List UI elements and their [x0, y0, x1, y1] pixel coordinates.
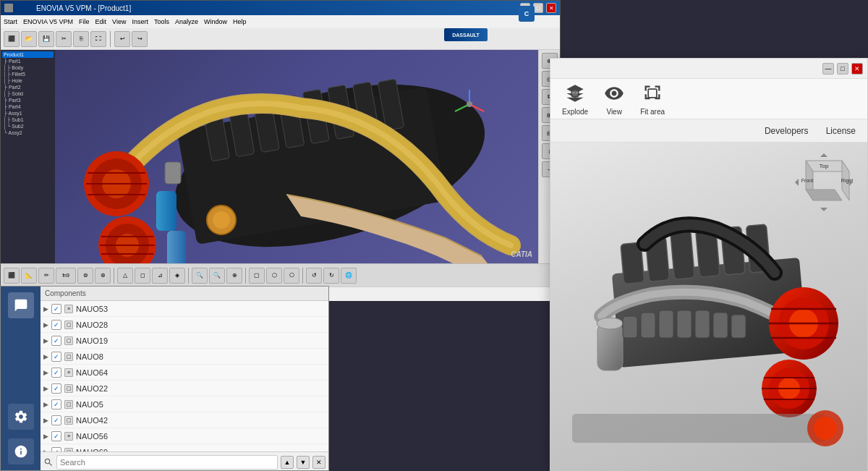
checkbox-6[interactable]: [51, 383, 61, 394]
bottom-btn-16[interactable]: ⎔: [284, 268, 299, 284]
checkbox-2[interactable]: [51, 320, 61, 330]
list-item[interactable]: ▶ ≡ NAUO56: [41, 428, 328, 444]
expand-arrow-4[interactable]: ▶: [43, 353, 48, 360]
tree-item-6[interactable]: ├ Part2: [2, 84, 54, 90]
bottom-btn-globe[interactable]: 🌐: [341, 268, 357, 284]
bottom-btn-3[interactable]: ✏: [38, 268, 54, 284]
right-panel-minimize[interactable]: —: [822, 63, 834, 75]
expand-arrow-9[interactable]: ▶: [43, 433, 48, 440]
list-item[interactable]: ▶ ▢ NAUO22: [41, 381, 328, 396]
right-panel-close[interactable]: ✕: [851, 63, 863, 75]
checkbox-8[interactable]: [51, 415, 61, 425]
tree-item-9[interactable]: ├ Part4: [2, 103, 54, 110]
component-list[interactable]: ▶ ≡ NAUO53 ▶ ▢ NAUO28 ▶ ▢ NAUO19 ▶ ▢: [41, 301, 328, 451]
menu-help[interactable]: Help: [233, 18, 247, 25]
search-up-button[interactable]: ▲: [281, 456, 294, 469]
menu-edit[interactable]: Edit: [95, 18, 107, 25]
list-item[interactable]: ▶ ▢ NAUO42: [41, 412, 328, 428]
toolbar-btn-1[interactable]: ⬛: [4, 31, 20, 47]
maximize-button[interactable]: □: [533, 3, 543, 13]
list-item[interactable]: ▶ ▢ NAUO69: [41, 444, 328, 451]
search-input[interactable]: [56, 455, 278, 470]
bottom-btn-11[interactable]: 🔍: [192, 268, 208, 284]
tree-item-4[interactable]: │├ Fillet5: [2, 71, 54, 77]
toolbar-btn-4[interactable]: ✂: [56, 31, 72, 47]
tree-item-7[interactable]: │├ Solid: [2, 90, 54, 97]
menu-file[interactable]: File: [79, 18, 90, 25]
bottom-btn-2[interactable]: 📐: [21, 268, 37, 284]
toolbar-btn-2[interactable]: 📂: [21, 31, 37, 47]
sidebar-info-button[interactable]: [8, 438, 34, 464]
search-down-button[interactable]: ▼: [297, 456, 310, 469]
checkbox-1[interactable]: [51, 304, 61, 314]
checkbox-9[interactable]: [51, 431, 61, 441]
tree-item-12[interactable]: │└ Sub2: [2, 123, 54, 130]
menu-start[interactable]: Start: [4, 18, 17, 25]
menu-view[interactable]: View: [112, 18, 126, 25]
bottom-btn-18[interactable]: ↻: [323, 268, 339, 284]
3d-viewport-top[interactable]: x y z CATIA: [55, 50, 538, 263]
toolbar-btn-6[interactable]: ⛶: [90, 31, 106, 47]
menu-insert[interactable]: Insert: [132, 18, 148, 25]
toolbar-btn-5[interactable]: ⎘: [73, 31, 89, 47]
bottom-btn-7[interactable]: △: [117, 268, 133, 284]
tree-item-10[interactable]: ├ Assy1: [2, 110, 54, 116]
bottom-btn-13[interactable]: ⊕: [226, 268, 242, 284]
bottom-btn-17[interactable]: ↺: [306, 268, 322, 284]
menu-tools[interactable]: Tools: [154, 18, 169, 25]
menu-analyze[interactable]: Analyze: [175, 18, 198, 25]
tree-item-2[interactable]: ├ Part1: [2, 58, 54, 64]
checkbox-4[interactable]: [51, 352, 61, 362]
expand-arrow-5[interactable]: ▶: [43, 369, 48, 376]
view-button[interactable]: View: [603, 82, 626, 116]
expand-arrow-7[interactable]: ▶: [43, 401, 48, 408]
bottom-btn-5[interactable]: ⊚: [77, 268, 93, 284]
bottom-btn-6[interactable]: ⊛: [95, 268, 111, 284]
bottom-btn-15[interactable]: ⬡: [266, 268, 282, 284]
license-link[interactable]: License: [826, 126, 856, 136]
menu-enovia[interactable]: ENOVIA V5 VPM: [23, 18, 73, 25]
right-panel-maximize[interactable]: □: [837, 63, 848, 75]
expand-arrow-6[interactable]: ▶: [43, 385, 48, 392]
list-item[interactable]: ▶ ▢ NAUO19: [41, 333, 328, 349]
expand-arrow-2[interactable]: ▶: [43, 321, 48, 328]
fit-area-button[interactable]: Fit area: [640, 82, 665, 116]
tree-item-5[interactable]: │├ Hole: [2, 77, 54, 84]
list-item[interactable]: ▶ ≡ NAUO53: [41, 301, 328, 317]
bottom-btn-8[interactable]: ◻: [135, 268, 150, 284]
expand-arrow-10[interactable]: ▶: [43, 449, 48, 452]
developers-link[interactable]: Developers: [765, 126, 809, 136]
bottom-btn-12[interactable]: 🔍: [209, 268, 225, 284]
expand-arrow-1[interactable]: ▶: [43, 305, 48, 313]
right-3d-viewport[interactable]: Top Front Right: [550, 143, 867, 471]
tree-item-8[interactable]: ├ Part3: [2, 97, 54, 103]
sidebar-chat-button[interactable]: [8, 292, 34, 318]
checkbox-5[interactable]: [51, 368, 61, 378]
bottom-btn-1[interactable]: ⬛: [4, 268, 20, 284]
bottom-btn-fn9[interactable]: fn9: [56, 268, 76, 284]
tree-item-3[interactable]: │├ Body: [2, 64, 54, 71]
checkbox-3[interactable]: [51, 336, 61, 346]
list-item[interactable]: ▶ ▢ NAUO8: [41, 349, 328, 365]
tree-item-11[interactable]: │├ Sub1: [2, 116, 54, 123]
explode-button[interactable]: Explode: [562, 82, 588, 116]
list-item[interactable]: ▶ ≡ NAUO64: [41, 365, 328, 381]
search-close-button[interactable]: ✕: [312, 456, 326, 469]
checkbox-10[interactable]: [51, 447, 61, 452]
toolbar-btn-3[interactable]: 💾: [38, 31, 54, 47]
close-button[interactable]: ✕: [546, 3, 556, 13]
menu-window[interactable]: Window: [204, 18, 227, 25]
bottom-btn-14[interactable]: ▢: [249, 268, 265, 284]
tree-item-1[interactable]: Product1: [2, 51, 54, 58]
bottom-btn-10[interactable]: ◈: [169, 268, 185, 284]
checkbox-7[interactable]: [51, 399, 61, 410]
list-item[interactable]: ▶ ▢ NAUO28: [41, 317, 328, 333]
expand-arrow-3[interactable]: ▶: [43, 337, 48, 344]
toolbar-btn-8[interactable]: ↪: [132, 31, 148, 47]
sidebar-settings-button[interactable]: [8, 404, 34, 430]
list-item[interactable]: ▶ ▢ NAUO5: [41, 396, 328, 412]
expand-arrow-8[interactable]: ▶: [43, 417, 48, 424]
bottom-btn-9[interactable]: ⊿: [152, 268, 168, 284]
toolbar-btn-7[interactable]: ↩: [114, 31, 130, 47]
tree-item-13[interactable]: └ Assy2: [2, 130, 54, 136]
